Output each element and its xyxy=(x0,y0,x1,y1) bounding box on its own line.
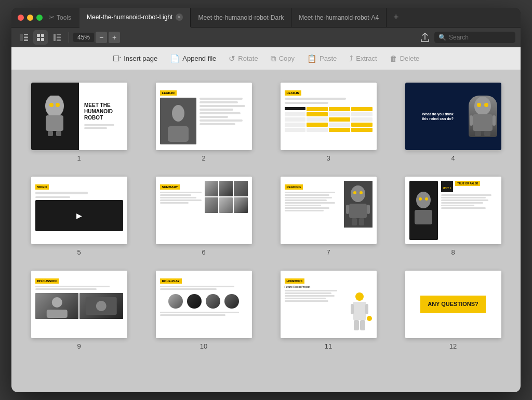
page-thumb-10[interactable]: ROLE-PLAY xyxy=(156,271,252,338)
page-item-4[interactable]: What do you thinkthis robot can do? xyxy=(398,83,508,162)
slide-7-tag: READING xyxy=(285,184,303,190)
page-thumb-9[interactable]: DISCUSSION xyxy=(31,271,127,338)
tools-menu[interactable]: ✂ Tools xyxy=(49,14,71,21)
page-thumb-6[interactable]: SUMMARY xyxy=(156,177,252,244)
svg-rect-28 xyxy=(493,115,496,126)
page-num-5: 5 xyxy=(77,248,81,256)
extract-button[interactable]: ⤴ Extract xyxy=(349,54,377,63)
slide-4-robot xyxy=(469,96,497,137)
page-item-7[interactable]: READING xyxy=(273,177,383,256)
slide-7-robot-image xyxy=(344,181,373,228)
svg-point-21 xyxy=(474,97,491,115)
slide-6-tag: SUMMARY xyxy=(160,184,180,190)
svg-point-36 xyxy=(353,191,356,194)
page-thumb-3[interactable]: LEAD-IN xyxy=(281,83,377,150)
slide-11-tag: HOMEWORK xyxy=(285,278,305,284)
insert-page-button[interactable]: ☐+ Insert page xyxy=(113,54,158,63)
page-item-1[interactable]: MEET THEHUMANOIDROBOT 1 xyxy=(24,83,134,162)
tabs-container: Meet-the-humanoid-robot-Light ✕ Meet-the… xyxy=(79,8,514,28)
search-input[interactable] xyxy=(449,34,511,41)
copy-button[interactable]: ⧉ Copy xyxy=(271,54,295,63)
page-item-5[interactable]: VIDEO ▶ 5 xyxy=(24,177,134,256)
paste-label: Paste xyxy=(320,55,337,62)
delete-button[interactable]: 🗑 Delete xyxy=(390,54,420,63)
extract-label: Extract xyxy=(356,55,377,62)
svg-rect-11 xyxy=(57,39,61,41)
maximize-button[interactable] xyxy=(36,15,43,21)
paste-button[interactable]: 📋 Paste xyxy=(307,54,337,63)
svg-rect-48 xyxy=(353,302,366,320)
close-button[interactable] xyxy=(18,15,24,21)
page-thumb-12[interactable]: ANY QUESTIONS? xyxy=(405,271,501,338)
tab-light-close[interactable]: ✕ xyxy=(176,14,183,21)
page-item-9[interactable]: DISCUSSION 9 xyxy=(24,271,134,350)
scissors-icon: ✂ xyxy=(49,14,55,21)
zoom-increase-button[interactable]: + xyxy=(109,32,120,43)
grid-view-button[interactable] xyxy=(33,30,48,45)
page-thumb-7[interactable]: READING xyxy=(281,177,377,244)
slide-1-left xyxy=(31,83,79,150)
page-thumb-11[interactable]: HOMEWORK Future Robot Project xyxy=(281,271,377,338)
slide-11-left: HOMEWORK Future Robot Project xyxy=(285,275,343,334)
tab-dark[interactable]: Meet-the-humanoid-robot-Dark xyxy=(191,8,291,28)
page-item-6[interactable]: SUMMARY xyxy=(149,177,259,256)
slide-9-tag: DISCUSSION xyxy=(35,278,59,284)
slide-7-left: READING xyxy=(285,181,341,240)
separator-1 xyxy=(69,32,69,43)
page-item-12[interactable]: ANY QUESTIONS? 12 xyxy=(398,271,508,350)
svg-point-43 xyxy=(51,297,62,308)
zoom-decrease-button[interactable]: − xyxy=(96,32,107,43)
tab-light[interactable]: Meet-the-humanoid-robot-Light ✕ xyxy=(79,8,191,28)
svg-point-37 xyxy=(360,191,363,194)
page-thumb-2[interactable]: LEAD-IN xyxy=(156,83,252,150)
page-thumb-8[interactable]: UNIT 1 TRUE OR FALSE xyxy=(405,177,501,244)
copy-icon: ⧉ xyxy=(271,54,276,63)
page-thumb-4[interactable]: What do you thinkthis robot can do? xyxy=(405,83,501,150)
slide-2-tag: LEAD-IN xyxy=(160,90,177,96)
tab-a4-label: Meet-the-humanoid-robot-A4 xyxy=(299,14,379,21)
slide-4-question: What do you thinkthis robot can do? xyxy=(409,112,469,121)
append-file-button[interactable]: 📄 Append file xyxy=(170,54,216,63)
page-num-12: 12 xyxy=(449,342,457,350)
tab-light-label: Meet-the-humanoid-robot-Light xyxy=(87,14,172,21)
slide-8-tag: TRUE OR FALSE xyxy=(455,181,480,186)
share-button[interactable] xyxy=(418,30,432,45)
search-box[interactable]: 🔍 xyxy=(434,32,515,43)
page-num-4: 4 xyxy=(451,154,455,162)
extract-icon: ⤴ xyxy=(349,54,353,63)
sidebar-toggle-button[interactable] xyxy=(17,30,31,45)
slide-12-content: ANY QUESTIONS? xyxy=(420,296,486,313)
svg-rect-14 xyxy=(48,131,53,136)
page-item-8[interactable]: UNIT 1 TRUE OR FALSE xyxy=(398,177,508,256)
svg-point-25 xyxy=(477,103,481,107)
svg-rect-50 xyxy=(365,304,368,314)
svg-rect-5 xyxy=(41,34,44,37)
page-item-2[interactable]: LEAD-IN xyxy=(149,83,259,162)
rotate-button[interactable]: ↺ Rotate xyxy=(229,54,258,63)
tab-a4[interactable]: Meet-the-humanoid-robot-A4 xyxy=(291,8,387,28)
svg-rect-6 xyxy=(37,38,40,41)
slide-3-tag: LEAD-IN xyxy=(285,90,301,96)
slide-1-right: MEET THEHUMANOIDROBOT xyxy=(79,83,127,150)
toolbar: 45% − + 🔍 xyxy=(11,28,521,47)
zoom-value[interactable]: 45% xyxy=(73,33,94,42)
svg-rect-33 xyxy=(367,205,370,214)
list-view-button[interactable] xyxy=(50,30,64,45)
svg-point-41 xyxy=(419,197,422,201)
svg-rect-22 xyxy=(473,114,493,131)
page-thumb-5[interactable]: VIDEO ▶ xyxy=(31,177,127,244)
svg-rect-2 xyxy=(24,36,28,38)
traffic-lights xyxy=(18,15,43,21)
page-thumb-1[interactable]: MEET THEHUMANOIDROBOT xyxy=(31,83,127,150)
page-item-3[interactable]: LEAD-IN xyxy=(273,83,383,162)
slide-1-title: MEET THEHUMANOIDROBOT xyxy=(84,102,122,121)
add-tab-button[interactable]: + xyxy=(389,10,403,25)
delete-label: Delete xyxy=(400,55,420,62)
page-item-11[interactable]: HOMEWORK Future Robot Project xyxy=(273,271,383,350)
svg-rect-32 xyxy=(346,205,349,214)
svg-point-17 xyxy=(56,103,60,107)
page-item-10[interactable]: ROLE-PLAY xyxy=(149,271,259,350)
minimize-button[interactable] xyxy=(27,15,33,21)
app-window: ✂ Tools Meet-the-humanoid-robot-Light ✕ … xyxy=(11,8,521,392)
slide-2-text xyxy=(200,98,248,144)
